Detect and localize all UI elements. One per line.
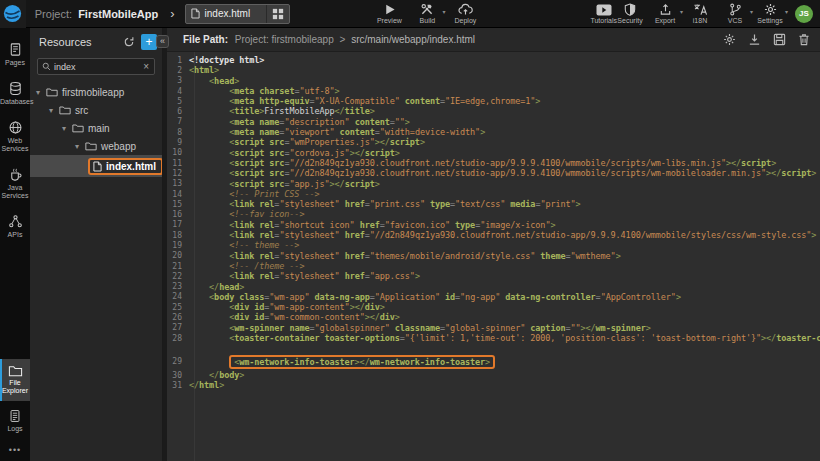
code-line[interactable]: 31</html> xyxy=(167,380,820,390)
code-line[interactable]: 29 <wm-network-info-toaster></wm-network… xyxy=(167,354,820,370)
code-line[interactable]: 20 <link rel="stylesheet" href="themes/m… xyxy=(167,251,820,261)
gear-icon xyxy=(764,3,777,16)
sidebar-item-logs[interactable]: Logs xyxy=(0,404,30,439)
code-line[interactable]: 17 <link rel="shortcut icon" href="favic… xyxy=(167,220,820,230)
delete-trash-icon[interactable] xyxy=(798,33,810,46)
tab-grid-icon[interactable] xyxy=(266,5,289,23)
code-line[interactable]: 16 <!--fav icon--> xyxy=(167,209,820,219)
code-line[interactable]: 1<!doctype html> xyxy=(167,55,820,65)
code-line[interactable]: 2<html> xyxy=(167,65,820,75)
export-button[interactable]: ▾ Export xyxy=(652,3,678,24)
settings-label: Settings xyxy=(757,17,782,24)
preview-button[interactable]: Preview xyxy=(376,3,402,24)
code-line[interactable]: 27 <wm-spinner name="globalspinner" clas… xyxy=(167,323,820,333)
vcs-button[interactable]: ▾ VCS xyxy=(722,3,748,24)
editor-column: File Path: Project: firstmobileapp > src… xyxy=(167,28,820,461)
line-number: 14 xyxy=(167,190,189,199)
line-number: 21 xyxy=(167,262,189,271)
sidebar-item-java-services[interactable]: Java Services xyxy=(0,162,30,206)
toolbar-right-group: Security ▾ Export i18N xyxy=(617,3,820,24)
download-icon[interactable] xyxy=(748,33,761,46)
code-line[interactable]: 4 <meta charset="utf-8"> xyxy=(167,86,820,96)
chevron-down-icon: ▾ xyxy=(680,8,683,15)
user-avatar[interactable]: JS xyxy=(795,5,813,23)
code-line[interactable] xyxy=(167,343,820,353)
code-line[interactable]: 30 </body> xyxy=(167,370,820,380)
pages-icon xyxy=(8,42,23,57)
code-line[interactable]: 5 <meta http-equiv="X-UA-Compatible" con… xyxy=(167,96,820,106)
code-line[interactable]: 26 <div id="wm-common-content"></div> xyxy=(167,312,820,322)
caret-down-icon[interactable]: ▾ xyxy=(62,124,72,133)
tutorials-button[interactable]: Tutorials xyxy=(590,4,617,24)
code-line[interactable]: 21 <!-- /theme --> xyxy=(167,261,820,271)
line-number: 23 xyxy=(167,282,189,291)
filepath-project: Project: firstmobileapp xyxy=(235,34,334,45)
i18n-translate-icon xyxy=(693,3,708,16)
code-line[interactable]: 24 <body class="wm-app" data-ng-app="App… xyxy=(167,292,820,302)
sidebar-item-pages[interactable]: Pages xyxy=(0,37,30,73)
line-number: 22 xyxy=(167,272,189,281)
build-button[interactable]: ▾ Build xyxy=(414,3,440,24)
line-number: 18 xyxy=(167,231,189,240)
chevron-right-icon[interactable]: › xyxy=(170,6,174,21)
code-line[interactable]: 28 <toaster-container toaster-options="{… xyxy=(167,333,820,343)
sidebar-item-web-services[interactable]: Web Services xyxy=(0,115,30,159)
tree-item-index.html[interactable]: index.html xyxy=(30,155,162,177)
i18n-button[interactable]: i18N xyxy=(687,3,713,24)
code-line[interactable]: 9 <script src="wmProperties.js"></script… xyxy=(167,137,820,147)
code-line[interactable]: 23 </head> xyxy=(167,282,820,292)
code-line[interactable]: 12 <script src="//d2n849qz1ya930.cloudfr… xyxy=(167,168,820,178)
line-number: 6 xyxy=(167,107,189,116)
sidebar-item-file-explorer[interactable]: File Explorer xyxy=(0,359,30,401)
caret-down-icon[interactable]: ▾ xyxy=(49,106,59,115)
code-line[interactable]: 13 <script src="app.js"></script> xyxy=(167,179,820,189)
editor-settings-gear-icon[interactable] xyxy=(723,33,736,46)
filepath-separator: > xyxy=(340,34,346,45)
tab-index-html[interactable]: index.html xyxy=(185,4,291,24)
caret-down-icon[interactable]: ▾ xyxy=(36,88,46,97)
annotation-box: index.html xyxy=(88,158,162,175)
sidebar-item-databases[interactable]: Databases xyxy=(0,76,30,112)
code-line[interactable]: 10 <script src="cordova.js"></script> xyxy=(167,148,820,158)
code-line[interactable]: 15 <link rel="stylesheet" href="print.cs… xyxy=(167,199,820,209)
tree-item-webapp[interactable]: ▾webapp xyxy=(30,137,162,155)
code-line[interactable]: 25 <div id="wm-app-content"></div> xyxy=(167,302,820,312)
search-input[interactable] xyxy=(54,62,142,72)
code-line[interactable]: 19 <!-- theme --> xyxy=(167,240,820,250)
code-line[interactable]: 8 <meta name="viewport" content="width=d… xyxy=(167,127,820,137)
app-logo[interactable] xyxy=(0,0,26,28)
code-line[interactable]: 7 <meta name="description" content=""> xyxy=(167,117,820,127)
resource-search[interactable]: × xyxy=(37,58,155,75)
save-icon[interactable] xyxy=(773,33,786,46)
sidebar-item-apis[interactable]: APIs xyxy=(0,209,30,245)
add-resource-button[interactable]: + xyxy=(141,34,157,50)
filepath-prefix: File Path: xyxy=(183,34,228,45)
file-icon xyxy=(93,161,102,172)
line-number: 20 xyxy=(167,251,189,260)
code-line[interactable]: 11 <script src="//d2n849qz1ya930.cloudfr… xyxy=(167,158,820,168)
security-button[interactable]: Security xyxy=(617,3,643,24)
sidebar-more-button[interactable]: ••• xyxy=(9,439,21,461)
tree-item-src[interactable]: ▾src xyxy=(30,101,162,119)
code-line[interactable]: 3 <head> xyxy=(167,76,820,86)
code-line[interactable]: 6 <title>FirstMobileApp</title> xyxy=(167,106,820,116)
clear-search-icon[interactable]: × xyxy=(142,61,150,72)
play-icon xyxy=(383,3,396,16)
deploy-button[interactable]: Deploy xyxy=(452,3,478,24)
tree-item-firstmobileapp[interactable]: ▾firstmobileapp xyxy=(30,83,162,101)
code-editor[interactable]: 1<!doctype html>2<html>3 <head>4 <meta c… xyxy=(167,52,820,461)
video-tutorial-icon xyxy=(596,4,612,16)
wavemaker-logo-icon xyxy=(3,4,22,23)
code-line[interactable]: 22 <link rel="stylesheet" href="app.css"… xyxy=(167,271,820,281)
tree-item-main[interactable]: ▾main xyxy=(30,119,162,137)
line-number: 5 xyxy=(167,97,189,106)
logs-icon xyxy=(8,409,22,423)
caret-down-icon[interactable]: ▾ xyxy=(75,142,85,151)
security-label: Security xyxy=(617,17,642,24)
collapse-panel-icon[interactable]: « xyxy=(156,35,169,48)
code-line[interactable]: 14 <!-- Print CSS --> xyxy=(167,189,820,199)
annotation-box: <wm-network-info-toaster></wm-network-in… xyxy=(229,355,495,369)
code-line[interactable]: 18 <link rel="stylesheet" href="//d2n849… xyxy=(167,230,820,240)
settings-button[interactable]: ▾ Settings xyxy=(757,3,783,24)
refresh-icon[interactable] xyxy=(123,36,135,48)
